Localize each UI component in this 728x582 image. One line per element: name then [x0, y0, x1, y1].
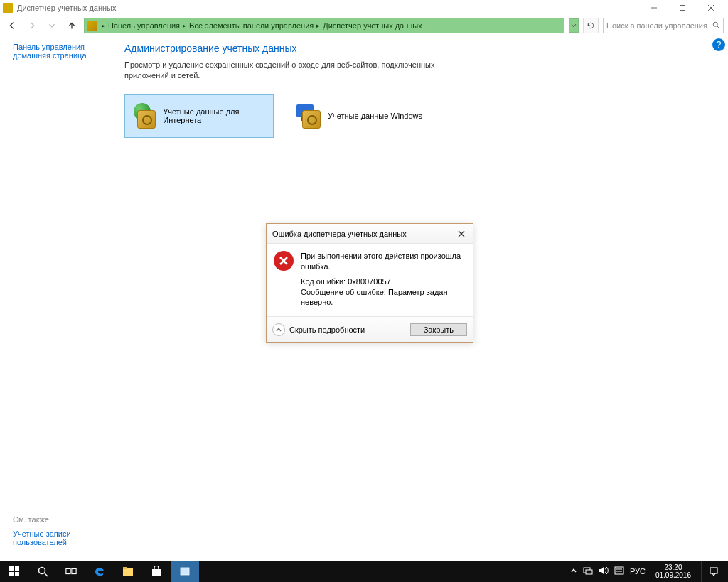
svg-rect-23: [586, 570, 592, 574]
hide-details-link[interactable]: Скрыть подробности: [289, 325, 365, 334]
svg-rect-10: [9, 566, 14, 571]
clock[interactable]: 23:20 01.09.2016: [651, 564, 695, 580]
minimize-button[interactable]: [640, 0, 668, 16]
control-panel-home-link[interactable]: Панель управления — домашняя страница: [13, 43, 120, 60]
breadcrumb-segment[interactable]: Все элементы панели управления: [189, 21, 314, 30]
maximize-button[interactable]: [668, 0, 697, 16]
action-center-icon[interactable]: [701, 561, 725, 582]
svg-line-5: [717, 26, 719, 28]
windows-credentials-label: Учетные данные Windows: [328, 112, 422, 120]
task-view-button[interactable]: [57, 561, 85, 582]
see-also-label: См. также: [13, 515, 119, 524]
svg-rect-13: [15, 572, 19, 576]
search-icon: [712, 21, 720, 31]
web-credentials-label: Учетные данные для Интернета: [163, 107, 266, 124]
close-window-button[interactable]: [697, 0, 725, 16]
chevron-right-icon: ▸: [316, 22, 320, 29]
svg-rect-11: [15, 566, 19, 571]
error-dialog: Ошибка диспетчера учетных данных При вып…: [266, 223, 473, 343]
windows-credentials-icon: [294, 102, 322, 130]
address-bar[interactable]: ▸ Панель управления ▸ Все элементы панел…: [84, 18, 564, 33]
chevron-right-icon: ▸: [183, 22, 186, 29]
location-icon: [87, 21, 97, 31]
store-icon[interactable]: [142, 561, 171, 582]
svg-rect-27: [710, 568, 717, 573]
volume-icon[interactable]: [599, 566, 609, 576]
error-message: При выполнении этого действия произошла …: [301, 251, 466, 272]
dialog-close-x[interactable]: [456, 228, 467, 239]
edge-icon[interactable]: [85, 561, 114, 582]
svg-rect-24: [615, 567, 623, 574]
tray-chevron-icon[interactable]: [570, 567, 577, 576]
svg-rect-18: [123, 568, 133, 576]
breadcrumb-segment[interactable]: Диспетчер учетных данных: [323, 21, 422, 30]
svg-line-15: [45, 573, 48, 576]
file-explorer-icon[interactable]: [114, 561, 142, 582]
search-input[interactable]: Поиск в панели управления: [603, 18, 724, 33]
search-taskbar-button[interactable]: [28, 561, 57, 582]
svg-rect-19: [123, 567, 127, 569]
svg-rect-21: [181, 568, 189, 575]
page-heading: Администрирование учетных данных: [124, 43, 705, 54]
toggle-details-icon[interactable]: [272, 323, 285, 336]
window-title: Диспетчер учетных данных: [17, 4, 117, 12]
help-icon[interactable]: ?: [712, 38, 725, 51]
windows-credentials-card[interactable]: Учетные данные Windows: [287, 94, 436, 138]
taskbar: РУС 23:20 01.09.2016: [0, 561, 728, 582]
app-icon: [3, 3, 13, 13]
forward-button[interactable]: [24, 18, 40, 33]
page-description: Просмотр и удаление сохраненных сведений…: [124, 60, 437, 81]
start-button[interactable]: [0, 561, 28, 582]
language-indicator[interactable]: РУС: [630, 567, 646, 576]
breadcrumb-segment[interactable]: Панель управления: [108, 21, 180, 30]
clock-date: 01.09.2016: [655, 571, 691, 580]
error-detail: Сообщение об ошибке: Параметр задан неве…: [301, 287, 466, 308]
recent-locations-button[interactable]: [44, 18, 60, 33]
close-button[interactable]: Закрыть: [410, 323, 467, 336]
back-button[interactable]: [4, 18, 20, 33]
svg-rect-17: [72, 568, 76, 573]
search-placeholder: Поиск в панели управления: [606, 21, 707, 30]
svg-point-4: [713, 22, 717, 26]
user-accounts-link[interactable]: Учетные записи пользователей: [13, 529, 119, 546]
window-titlebar: Диспетчер учетных данных: [0, 0, 728, 16]
svg-rect-12: [9, 572, 14, 576]
chevron-right-icon: ▸: [102, 22, 105, 29]
sidebar: Панель управления — домашняя страница См…: [0, 36, 124, 561]
error-code: Код ошибки: 0x80070057: [301, 276, 466, 287]
svg-point-14: [39, 568, 46, 574]
input-indicator-icon[interactable]: [614, 566, 624, 576]
clock-time: 23:20: [655, 564, 691, 572]
network-icon[interactable]: [583, 566, 593, 576]
dialog-titlebar: Ошибка диспетчера учетных данных: [267, 224, 473, 244]
svg-rect-20: [152, 569, 161, 576]
web-credentials-card[interactable]: Учетные данные для Интернета: [124, 94, 274, 138]
address-history-dropdown[interactable]: [569, 18, 579, 33]
web-credentials-icon: [132, 102, 157, 130]
refresh-button[interactable]: [583, 18, 599, 33]
svg-rect-16: [66, 568, 70, 573]
svg-rect-1: [680, 6, 685, 11]
credential-manager-taskbar-icon[interactable]: [171, 561, 199, 582]
up-button[interactable]: [64, 18, 80, 33]
error-icon: [274, 251, 294, 271]
toolbar: ▸ Панель управления ▸ Все элементы панел…: [0, 16, 728, 36]
dialog-title: Ошибка диспетчера учетных данных: [272, 230, 407, 238]
